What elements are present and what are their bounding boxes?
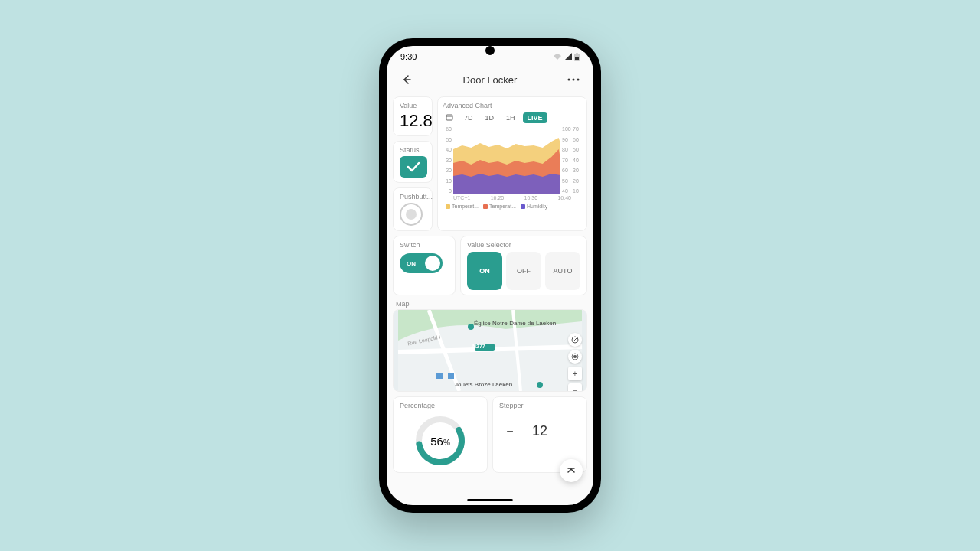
map-locate-button[interactable] — [568, 350, 582, 364]
wifi-icon — [553, 53, 562, 60]
chart-plot: 60 50 40 30 20 10 0 — [443, 126, 582, 194]
status-icons — [553, 53, 580, 61]
value-number: 12.8 — [400, 111, 426, 131]
svg-rect-2 — [575, 57, 579, 60]
phone-frame: 9:30 Door Locker Value 12.8 — [379, 38, 601, 513]
legend-temp-b: Temperat... — [483, 204, 516, 209]
y-axis-right-a: 100 90 80 70 60 50 40 — [560, 126, 571, 194]
y-axis-left: 60 50 40 30 20 10 0 — [443, 126, 453, 194]
stepper-minus[interactable]: − — [502, 424, 518, 439]
value-card: Value 12.8 — [393, 96, 433, 136]
selector-label: Value Selector — [467, 241, 580, 249]
svg-point-20 — [573, 355, 577, 358]
range-7d[interactable]: 7D — [459, 112, 478, 123]
home-indicator[interactable] — [467, 499, 513, 501]
percentage-donut: 56% — [413, 414, 467, 468]
legend-temp-a: Temperat... — [446, 204, 479, 209]
svg-rect-7 — [446, 115, 452, 120]
content-area: Value 12.8 Status Pushbutt... — [387, 96, 593, 505]
chart-svg — [453, 126, 560, 194]
selector-off[interactable]: OFF — [506, 252, 541, 290]
legend-humidity: Humidity — [521, 204, 547, 209]
chart-label: Advanced Chart — [443, 102, 582, 109]
locate-icon — [571, 353, 579, 360]
signal-icon — [564, 53, 572, 60]
status-indicator — [400, 156, 427, 178]
check-icon — [406, 161, 421, 173]
selector-on[interactable]: ON — [467, 252, 502, 290]
dots-icon — [567, 78, 580, 81]
map-poi-church: Église Notre-Dame de Laeken — [474, 321, 556, 328]
compass-icon — [571, 336, 579, 344]
svg-point-4 — [568, 79, 570, 81]
map-compass-button[interactable] — [568, 333, 582, 347]
map-label: Map — [396, 300, 587, 308]
svg-line-19 — [573, 337, 577, 342]
arrow-left-icon — [400, 73, 413, 86]
camera-notch — [485, 46, 495, 55]
percentage-card: Percentage 56% — [393, 396, 488, 473]
calendar-icon[interactable] — [443, 113, 456, 122]
scroll-top-button[interactable] — [560, 459, 583, 482]
pushbutton-card: Pushbutt... — [393, 187, 433, 231]
svg-point-6 — [577, 79, 580, 81]
app-header: Door Locker — [387, 61, 593, 96]
svg-rect-17 — [448, 373, 454, 379]
map-controls: + − — [568, 333, 582, 391]
back-button[interactable] — [397, 70, 416, 89]
map-card[interactable]: Église Notre-Dame de Laeken Jouets Broze… — [393, 309, 587, 392]
map-zoom-out[interactable]: − — [568, 383, 582, 391]
svg-point-15 — [537, 382, 543, 388]
y-axis-right-b: 70 60 50 40 30 20 10 — [571, 126, 582, 194]
battery-icon — [574, 53, 580, 61]
screen: 9:30 Door Locker Value 12.8 — [387, 46, 593, 505]
map-zoom-in[interactable]: + — [568, 367, 582, 380]
range-live[interactable]: LIVE — [523, 112, 547, 123]
stepper-value: 12 — [532, 423, 547, 439]
selector-auto[interactable]: AUTO — [545, 252, 580, 290]
map-poi-shop: Jouets Broze Laeken — [455, 381, 512, 388]
switch-label: Switch — [400, 241, 449, 249]
svg-rect-16 — [436, 373, 443, 379]
switch-knob — [425, 256, 440, 271]
map-canvas[interactable]: Église Notre-Dame de Laeken Jouets Broze… — [394, 310, 586, 391]
switch-card: Switch ON — [393, 236, 456, 295]
push-button[interactable] — [400, 203, 423, 226]
status-label: Status — [400, 146, 426, 154]
map-road-badge: N277 — [472, 344, 485, 349]
more-button[interactable] — [564, 70, 583, 89]
status-card: Status — [393, 141, 433, 183]
svg-rect-1 — [576, 53, 578, 54]
switch-toggle[interactable]: ON — [400, 253, 443, 273]
x-axis: UTC+1 16:20 16:30 16:40 — [443, 194, 582, 201]
percentage-label: Percentage — [400, 402, 481, 409]
svg-point-14 — [468, 324, 474, 330]
chart-range-selector: 7D 1D 1H LIVE — [443, 112, 582, 123]
clock: 9:30 — [400, 52, 416, 61]
page-title: Door Locker — [463, 74, 518, 86]
switch-state: ON — [407, 260, 416, 267]
chevron-up-icon — [566, 465, 577, 476]
chart-card: Advanced Chart 7D 1D 1H LIVE 60 50 — [437, 96, 587, 231]
value-label: Value — [400, 102, 426, 109]
range-1h[interactable]: 1H — [501, 112, 520, 123]
range-1d[interactable]: 1D — [481, 112, 499, 123]
map-section: Map — [393, 300, 587, 392]
value-selector-card: Value Selector ON OFF AUTO — [460, 236, 587, 295]
svg-point-5 — [573, 79, 575, 81]
chart-legend: Temperat... Temperat... Humidity — [443, 204, 582, 209]
stepper-label: Stepper — [499, 402, 580, 409]
pushbutton-label: Pushbutt... — [400, 193, 426, 201]
percentage-value: 56% — [430, 435, 450, 448]
